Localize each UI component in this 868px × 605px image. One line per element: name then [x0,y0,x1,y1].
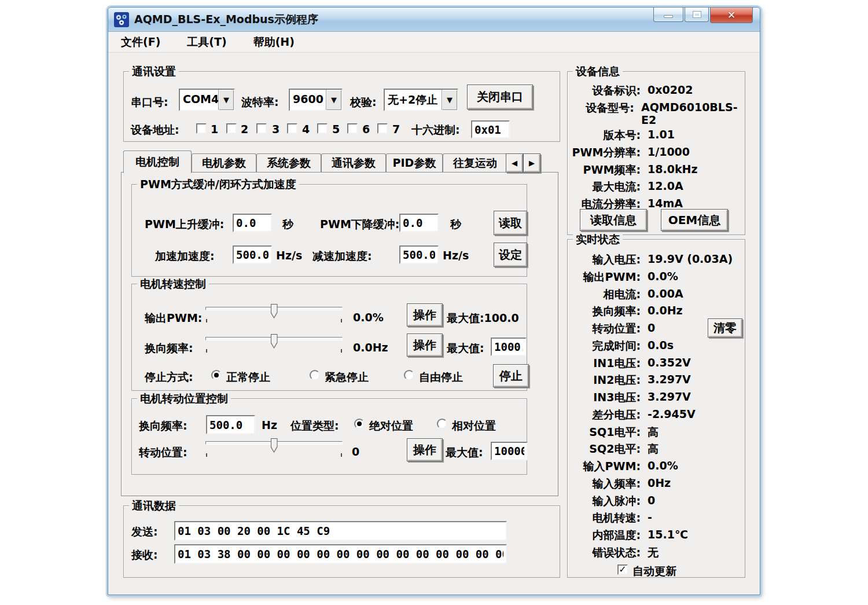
pwm-max-text: 最大值:100.0 [447,311,519,326]
tab-scroll-right-button[interactable]: ▶ [523,153,540,173]
decel-input[interactable] [399,245,439,264]
tab-reciprocate[interactable]: 往复运动 [443,153,507,173]
close-icon: ✕ [727,9,735,21]
status-value: 0.0% [648,270,678,285]
auto-update-label: 自动更新 [632,564,676,579]
accel-label: 加速加速度: [155,249,215,264]
accel-input[interactable] [233,245,272,264]
tab-motor-params[interactable]: 电机参数 [192,153,256,173]
addr-checkbox-3[interactable] [256,123,267,134]
hex-label: 十六进制: [411,123,460,138]
tab-scroll-left-button[interactable]: ◀ [506,153,523,173]
status-row: IN2电压:3.297V [571,373,742,388]
rotation-pos-slider[interactable] [205,438,343,457]
hex-input[interactable] [471,120,510,138]
output-pwm-slider[interactable] [205,304,343,322]
status-label: 输出PWM: [571,270,641,285]
speed-control-group: 电机转速控制 输出PWM: 0.0% 操作 最大值:100.0 换向频率: [131,284,527,391]
addr-option-label: 7 [392,123,400,135]
maximize-button[interactable] [685,8,709,22]
close-port-button[interactable]: 关闭串口 [467,85,533,109]
slider-thumb[interactable] [271,334,278,349]
info-label: PWM频率: [571,163,641,178]
status-value: 15.1℃ [648,528,688,543]
status-row: 输入频率:0Hz [571,476,742,492]
chevron-down-icon[interactable]: ▼ [218,90,234,110]
position-control-group: 电机转动位置控制 换向频率: Hz 位置类型: 绝对位置 相对位置 转动位置: … [131,398,527,475]
send-label: 发送: [131,525,158,540]
status-label: 转动位置: [571,321,641,336]
read-button[interactable]: 读取 [494,211,527,235]
pwm-fall-label: PWM下降缓冲: [320,217,399,232]
gears-app-icon [114,12,129,27]
status-value: 高 [648,442,659,457]
pwm-rise-input[interactable] [233,214,272,232]
addr-checkbox-4[interactable] [287,123,297,134]
freq-operate-button[interactable]: 操作 [407,333,443,357]
addr-checkbox-6[interactable] [347,123,358,134]
titlebar[interactable]: AQMD_BLS-Ex_Modbus示例程序 ✕ [108,8,760,32]
info-label: 最大电流: [571,179,641,195]
baud-combo[interactable]: 9600 ▼ [289,89,343,111]
pwm-operate-button[interactable]: 操作 [407,303,443,327]
addr-checkbox-1[interactable] [196,123,207,134]
menu-file[interactable]: 文件(F) [117,34,164,51]
menu-help[interactable]: 帮助(H) [250,34,298,51]
addr-checkbox-7[interactable] [377,123,388,134]
motor-control-panel: PWM方式缓冲/闭环方式加速度 PWM上升缓冲: 秒 PWM下降缓冲: 秒 读取… [121,172,558,496]
oem-info-button[interactable]: OEM信息 [661,209,728,231]
menu-tools[interactable]: 工具(T) [183,34,230,51]
addr-checkbox-5[interactable] [317,123,328,134]
status-label: 输入PWM: [571,459,641,474]
info-label: 设备标识: [571,83,641,98]
recv-data-field[interactable] [174,544,507,564]
info-value: 1.01 [648,128,675,143]
slider-tick [341,319,342,322]
radio-emergency-stop[interactable] [310,370,320,380]
status-value: 0 [648,494,655,509]
port-combo[interactable]: COM4 ▼ [179,89,235,111]
slider-thumb[interactable] [271,304,278,318]
slider-tick [206,349,207,353]
chevron-down-icon[interactable]: ▼ [442,90,457,110]
status-value: 19.9V (0.03A) [648,252,733,267]
slider-thumb[interactable] [271,438,278,453]
addr-option-label: 3 [272,123,279,135]
read-info-button[interactable]: 读取信息 [580,209,647,231]
parity-combo[interactable]: 无+2停止 ▼ [384,89,458,111]
position-freq-input[interactable] [206,415,255,434]
status-row: 换向频率:0.0Hz [571,304,742,319]
chevron-down-icon[interactable]: ▼ [326,90,341,110]
clear-button[interactable]: 清零 [708,318,742,338]
status-label: 输入脉冲: [571,494,641,509]
freq-max-input[interactable] [491,338,527,356]
send-data-field[interactable] [174,521,507,541]
radio-absolute-position[interactable] [354,419,365,429]
radio-normal-stop[interactable] [211,370,222,380]
set-button[interactable]: 设定 [494,243,527,267]
position-operate-button[interactable]: 操作 [407,438,443,461]
commutation-freq-slider[interactable] [205,334,343,353]
tab-system-params[interactable]: 系统参数 [256,153,321,173]
baud-label: 波特率: [241,95,279,110]
port-value: COM4 [180,90,218,110]
close-button[interactable]: ✕ [710,8,753,23]
status-row: 差分电压:-2.945V [571,408,742,423]
tab-strip: 电机控制 电机参数 系统参数 通讯参数 PID参数 往复运动 安 ◀ ▶ [123,151,558,173]
tab-comm-params[interactable]: 通讯参数 [321,153,386,173]
stop-button[interactable]: 停止 [493,364,529,387]
auto-update-checkbox[interactable]: ✓ [617,564,628,575]
radio-relative-position[interactable] [437,419,447,429]
position-max-input[interactable] [491,442,528,460]
tab-pid-params[interactable]: PID参数 [386,153,443,173]
radio-free-stop[interactable] [404,370,414,380]
addr-checkbox-2[interactable] [226,123,237,134]
output-pwm-label: 输出PWM: [145,311,202,326]
pwm-fall-input[interactable] [399,214,439,232]
minimize-button[interactable] [653,8,683,22]
status-label: IN1电压: [571,356,641,371]
addr-option-label: 5 [332,123,340,135]
tab-motor-control[interactable]: 电机控制 [123,151,192,173]
addr-option-label: 1 [211,123,218,135]
rotation-pos-label: 转动位置: [139,445,187,460]
